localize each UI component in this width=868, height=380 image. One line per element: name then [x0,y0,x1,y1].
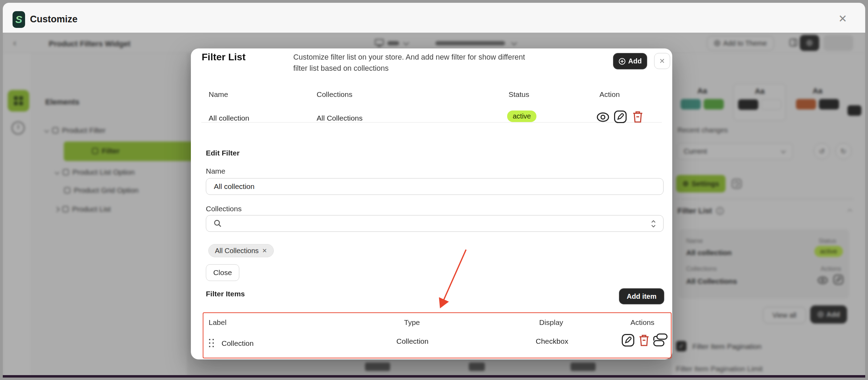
cell-collections: All Collections [317,114,363,122]
app-logo-icon: S [13,11,25,28]
window-titlebar: S Customize ✕ [3,3,865,33]
cell-name: All collection [209,114,249,122]
plus-circle-icon [619,58,626,65]
modal-add-label: Add [628,57,642,65]
select-chevrons-icon [651,220,656,228]
app-title: Customize [30,14,78,25]
col-header-status: Status [509,90,529,99]
window-close-icon[interactable]: ✕ [838,13,847,25]
name-input[interactable]: All collection [206,178,664,195]
chip-remove-icon[interactable]: ✕ [262,247,267,254]
edit-filter-close-button[interactable]: Close [206,264,239,281]
filter-list-modal: Filter List Customize filter list on you… [191,48,672,359]
content-area: ‹ Product Filters Widget Add to [3,33,865,377]
collections-field-label: Collections [206,205,242,213]
window-bottom-edge [3,375,865,378]
search-icon [214,220,222,227]
modal-close-button[interactable]: ✕ [654,53,670,69]
add-item-button[interactable]: Add item [619,288,664,304]
col-header-name: Name [209,90,228,99]
filter-items-title: Filter Items [206,290,245,298]
selected-collection-chip[interactable]: All Collections ✕ [208,244,274,257]
view-icon[interactable] [596,112,610,123]
modal-description: Customize filter list on your store. And… [293,52,530,74]
edit-filter-title: Edit Filter [206,149,240,157]
modal-title: Filter List [202,52,246,63]
modal-add-button[interactable]: Add [613,53,647,69]
app-window: S Customize ✕ ‹ Product Filters Widget [0,0,868,380]
close-button-label: Close [213,268,232,277]
annotation-highlight-box [203,312,672,358]
chip-label: All Collections [215,247,259,255]
add-item-label: Add item [627,292,657,301]
collections-search-input[interactable] [206,215,664,232]
divider [201,122,662,123]
delete-icon[interactable] [632,110,644,123]
name-input-value: All collection [214,182,255,191]
col-header-collections: Collections [317,90,352,99]
col-header-action: Action [599,90,620,99]
status-badge: active [507,111,536,122]
name-field-label: Name [206,167,225,175]
edit-icon[interactable] [614,110,627,123]
